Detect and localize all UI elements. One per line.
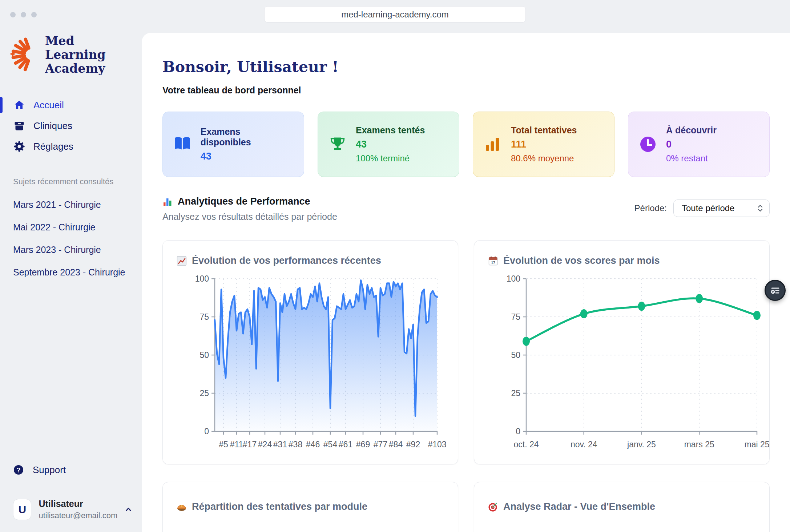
browser-window: med-learning-academy.com Med Learning Ac… [0,0,790,532]
user-email: utilisateur@email.com [39,511,117,520]
charts-row: Évolution de vos performances récentes 0… [162,240,770,464]
svg-text:#84: #84 [389,440,403,449]
period-label: Période: [634,203,667,213]
svg-text:#11: #11 [230,440,243,449]
user-name: Utilisateur [39,499,117,509]
monthly-scores-line-chart: 0255075100oct. 24nov. 24janv. 25mars 25m… [484,271,761,457]
svg-text:nov. 24: nov. 24 [571,440,597,449]
svg-text:#46: #46 [306,440,320,449]
window-dot [10,12,16,17]
stat-title: À découvrir [666,125,717,136]
svg-text:#24: #24 [258,440,272,449]
radar-analysis-card: Analyse Radar - Vue d'Ensemble Chirurgie [474,482,770,532]
radar-title-row: Analyse Radar - Vue d'Ensemble [488,501,769,512]
brand-name: Med Learning Academy [45,34,123,76]
stat-card-examens-disponibles: Examens disponibles 43 [162,112,304,177]
svg-text:#38: #38 [289,440,302,449]
performance-line-chart: 0255075100#5#11#17#24#31#38#46#54#61#69#… [173,271,449,457]
performance-chart-title: Évolution de vos performances récentes [192,255,381,266]
home-icon [14,100,25,110]
calendar-icon: 17 [488,256,498,266]
page-subtitle: Votre tableau de bord personnel [162,85,770,96]
recent-subject-item[interactable]: Mai 2022 - Chirurgie [13,222,129,233]
radar-title: Analyse Radar - Vue d'Ensemble [503,501,655,512]
url-bar[interactable]: med-learning-academy.com [264,6,526,23]
window-controls [10,12,37,17]
recent-subject-item[interactable]: Mars 2021 - Chirurgie [13,200,129,210]
module-distribution-title-row: Répartition des tentatives par module [177,501,458,512]
stat-title: Total tentatives [511,125,577,136]
stat-subtitle: 100% terminé [356,153,425,164]
svg-text:100: 100 [195,274,209,283]
recent-subject-item[interactable]: Mars 2023 - Chirurgie [13,245,129,255]
analytics-header: Analytiques de Performance Analysez vos … [162,196,770,222]
gear-icon [14,141,25,152]
stat-value: 111 [511,139,577,150]
svg-text:#5: #5 [219,440,228,449]
analytics-title-row: Analytiques de Performance [162,196,337,207]
trophy-icon [329,136,346,153]
stat-value: 43 [201,151,293,162]
stat-subtitle: 80.6% moyenne [511,153,577,164]
period-select[interactable]: Toute période [673,200,770,217]
svg-text:50: 50 [199,350,209,360]
book-icon [174,136,191,153]
stat-value: 43 [356,139,425,150]
page-title: Bonsoir, Utilisateur ! [162,58,770,76]
svg-text:oct. 24: oct. 24 [513,440,539,449]
sidebar-item-reglages[interactable]: Réglages [0,137,142,156]
stat-card-examens-tentes: Examens tentés 43 100% terminé [318,112,459,177]
period-control: Période: Toute période [634,200,770,217]
user-menu[interactable]: U Utilisateur utilisateur@email.com [13,499,132,520]
analytics-title: Analytiques de Performance [178,196,310,207]
svg-text:#92: #92 [406,440,420,449]
recent-subject-item[interactable]: Septembre 2023 - Chirurgie [13,267,129,278]
performance-chart-card: Évolution de vos performances récentes 0… [162,240,458,464]
svg-text:?: ? [17,467,21,474]
sidebar-item-label: Cliniques [33,120,72,132]
avatar: U [13,499,31,520]
module-distribution-title: Répartition des tentatives par module [192,501,367,512]
main-panel: Bonsoir, Utilisateur ! Votre tableau de … [142,33,790,532]
period-select-value: Toute période [682,203,734,213]
svg-text:janv. 25: janv. 25 [627,440,656,449]
svg-text:#17: #17 [243,440,257,449]
quick-menu-button[interactable] [765,280,786,301]
starburst-logo-icon [10,35,40,75]
svg-text:#54: #54 [323,440,338,449]
svg-text:50: 50 [511,350,520,360]
module-distribution-card: Répartition des tentatives par module [162,482,458,532]
svg-text:17: 17 [491,261,495,265]
sidebar-item-accueil[interactable]: Accueil [0,96,142,114]
sidebar-item-label: Réglages [33,141,73,152]
clock-icon [639,136,657,153]
sidebar-item-cliniques[interactable]: Cliniques [0,117,142,135]
stat-title: Examens tentés [356,125,425,136]
stat-cards: Examens disponibles 43 Examens tentés 43… [162,112,770,177]
sidebar-item-support[interactable]: ? Support [0,460,142,479]
stat-value: 0 [666,139,717,150]
bar-chart-emoji-icon [162,197,173,207]
monthly-chart-title-row: 17 Évolution de vos scores par mois [488,255,769,266]
stat-card-a-decouvrir: À découvrir 0 0% restant [628,112,770,177]
select-chevrons-icon [757,204,763,212]
stat-card-total-tentatives: Total tentatives 111 80.6% moyenne [473,112,614,177]
svg-text:#77: #77 [374,440,387,449]
browser-topbar: med-learning-academy.com [0,0,790,33]
bar-chart-icon [484,136,501,153]
sidebar-divider [0,489,142,489]
window-dot [21,12,26,17]
svg-text:#31: #31 [273,440,287,449]
analytics-subtitle: Analysez vos résultats détaillés par pér… [162,211,337,222]
brand-logo: Med Learning Academy [10,34,142,76]
pie-icon [177,502,187,512]
performance-chart-title-row: Évolution de vos performances récentes [177,255,458,266]
svg-text:0: 0 [204,427,209,436]
target-icon [488,502,498,512]
svg-text:25: 25 [511,388,520,398]
svg-text:mars 25: mars 25 [684,440,714,449]
playlist-icon [769,285,781,296]
bottom-charts-row: Répartition des tentatives par module An… [162,482,770,532]
analytics-header-left: Analytiques de Performance Analysez vos … [162,196,337,222]
monthly-scores-chart-card: 17 Évolution de vos scores par mois 0255… [474,240,770,464]
